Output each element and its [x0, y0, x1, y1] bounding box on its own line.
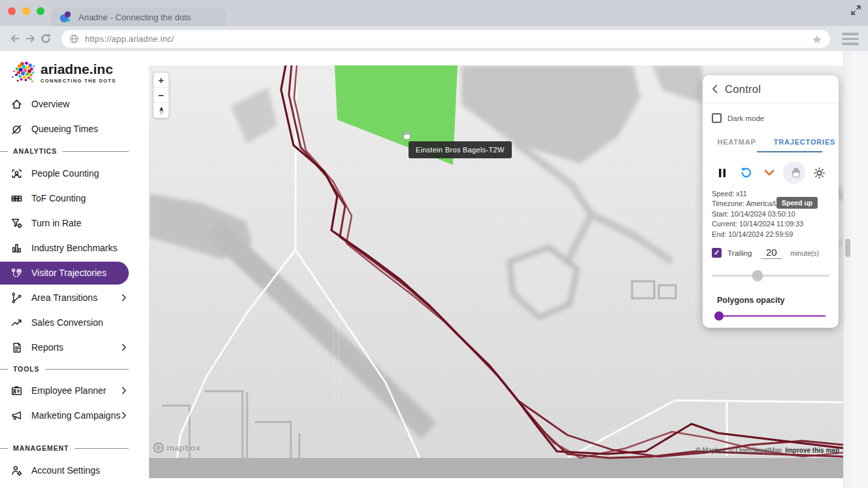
forward-icon[interactable]	[25, 33, 37, 44]
sidebar-item-label: Industry Benchmarks	[31, 243, 118, 253]
trailing-slider-track[interactable]	[712, 275, 829, 277]
map-attribution: © Mapbox © OpenStreetMap Improve this ma…	[696, 447, 839, 454]
browser-toolbar: https://app.ariadne.inc/	[0, 26, 868, 51]
url-text[interactable]: https://app.ariadne.inc/	[85, 34, 806, 44]
back-icon[interactable]	[9, 33, 21, 44]
sidebar-item-industry-benchmarks[interactable]: Industry Benchmarks	[0, 235, 149, 260]
sidebar-item-sales-conversion[interactable]: Sales Conversion	[0, 310, 149, 335]
sidebar-item-tof-counting[interactable]: ToF Counting	[0, 186, 149, 211]
section-analytics: ANALYTICS	[0, 141, 149, 161]
sidebar-item-reports[interactable]: Reports	[0, 335, 149, 360]
trajectories-pins-icon	[10, 267, 23, 279]
logo-name: ariadne.inc	[41, 62, 116, 76]
polygons-opacity-slider[interactable]	[717, 311, 826, 321]
zoom-in-button[interactable]: +	[154, 73, 169, 88]
logo-tagline: CONNECTING THE DOTS	[41, 78, 116, 84]
queue-timer-icon	[10, 123, 23, 135]
trailing-checkbox[interactable]: ✓	[712, 248, 722, 258]
section-management: MANAGEMENT	[0, 438, 149, 458]
current-value: Current: 10/14/2024 11:09:33	[712, 219, 829, 229]
sidebar-item-employee-planner[interactable]: Employee Planner	[0, 378, 149, 403]
sidebar-item-area-transitions[interactable]: Area Transitions	[0, 285, 149, 310]
sidebar-item-label: Employee Planner	[31, 385, 106, 396]
compass-button[interactable]	[154, 103, 169, 118]
polygons-opacity-label: Polygons opacity	[717, 296, 839, 305]
logo-dots-icon	[10, 60, 35, 84]
chevron-right-icon	[122, 411, 127, 419]
browser-tab[interactable]: Ariadne - Connecting the dots	[51, 8, 226, 26]
favicon	[59, 10, 72, 24]
replay-button[interactable]	[736, 163, 756, 183]
sidebar-item-label: People Counting	[31, 168, 99, 179]
fullscreen-icon[interactable]	[850, 5, 861, 16]
sidebar-item-label: Account Settings	[31, 465, 100, 476]
minimize-window-button[interactable]	[22, 7, 30, 15]
chevron-down-icon	[764, 169, 775, 176]
sidebar-item-overview[interactable]: Overview	[0, 92, 149, 116]
dark-mode-row: Dark mode	[712, 113, 829, 123]
chevron-right-icon	[122, 387, 127, 394]
megaphone-icon	[10, 410, 23, 422]
address-bar[interactable]: https://app.ariadne.inc/	[61, 30, 830, 48]
tof-counter-icon	[10, 192, 23, 205]
sidebar-item-label: Marketing Campaigns	[31, 410, 120, 421]
playback-info: Speed: x11 Timezone: America/L Start: 10…	[703, 189, 839, 239]
gear-icon	[813, 167, 826, 179]
zone-tooltip: Einstein Bros Bagels-T2W	[409, 141, 512, 158]
start-value: Start: 10/14/2024 03:50:10	[712, 209, 829, 219]
panel-tabs: HEATMAP TRAJECTORIES	[703, 131, 839, 152]
zoom-out-button[interactable]: −	[154, 88, 169, 103]
sidebar-item-label: Queueing Times	[31, 124, 98, 134]
sidebar-nav: Overview Queueing Times ANALYTICS People…	[0, 92, 149, 483]
pause-button[interactable]	[712, 163, 732, 183]
sidebar-item-people-counting[interactable]: People Counting	[0, 161, 149, 186]
trailing-slider[interactable]	[712, 270, 829, 281]
attribution-mapbox-link[interactable]: © Mapbox	[696, 447, 726, 454]
home-icon	[10, 98, 23, 111]
dark-mode-label: Dark mode	[727, 114, 764, 122]
replay-icon	[740, 167, 752, 179]
section-tools: TOOLS	[0, 360, 149, 378]
attribution-improve-link[interactable]: Improve this map	[785, 447, 839, 454]
speed-up-button[interactable]	[783, 162, 805, 184]
control-panel: Control Dark mode HEATMAP TRAJECTORIES	[703, 75, 839, 328]
bookmark-star-icon[interactable]	[812, 34, 822, 44]
polygons-opacity-thumb[interactable]	[714, 311, 724, 321]
refresh-icon[interactable]	[40, 33, 52, 44]
sidebar-item-marketing-campaigns[interactable]: Marketing Campaigns	[0, 403, 149, 428]
polygons-opacity-track[interactable]	[717, 315, 826, 317]
document-icon	[10, 341, 23, 354]
browser-menu-icon[interactable]	[842, 33, 859, 48]
dark-mode-checkbox[interactable]	[712, 113, 722, 123]
playback-controls	[703, 161, 839, 184]
tab-trajectories[interactable]: TRAJECTORIES	[771, 131, 839, 152]
trailing-slider-thumb[interactable]	[752, 270, 763, 281]
scrollbar-thumb[interactable]	[845, 239, 850, 257]
sidebar-item-account-settings[interactable]: Account Settings	[0, 458, 149, 483]
browser-titlebar: Ariadne - Connecting the dots	[0, 0, 868, 26]
tab-heatmap[interactable]: HEATMAP	[703, 131, 771, 152]
close-window-button[interactable]	[8, 7, 16, 15]
map-zoom-control: + −	[153, 72, 169, 118]
expand-controls-button[interactable]	[760, 163, 779, 183]
map-bottom-band	[149, 458, 843, 478]
control-panel-header: Control	[703, 75, 839, 103]
transitions-branch-icon	[10, 292, 23, 304]
sidebar-item-label: Reports	[31, 342, 63, 353]
sidebar-item-label: Turn in Rate	[31, 218, 82, 228]
collapse-panel-icon[interactable]	[712, 84, 718, 94]
sidebar-item-turn-in-rate[interactable]: Turn in Rate	[0, 211, 149, 235]
tab-title: Ariadne - Connecting the dots	[78, 12, 191, 22]
page-scrollbar[interactable]	[843, 51, 851, 488]
zoom-window-button[interactable]	[37, 7, 44, 15]
account-gear-icon	[10, 464, 23, 477]
sidebar-item-visitor-trajectories[interactable]: Visitor Trajectories	[0, 262, 129, 285]
speed-up-tooltip: Speed up	[776, 197, 818, 209]
sidebar-item-label: ToF Counting	[31, 193, 86, 203]
mapbox-logo[interactable]: mapbox	[153, 442, 201, 453]
attribution-osm-link[interactable]: © OpenStreetMap	[729, 447, 782, 454]
trailing-minutes-input[interactable]: 20	[761, 247, 782, 259]
settings-button[interactable]	[809, 163, 829, 183]
sidebar-item-queueing-times[interactable]: Queueing Times	[0, 116, 149, 141]
app-logo: ariadne.inc CONNECTING THE DOTS	[0, 51, 149, 88]
